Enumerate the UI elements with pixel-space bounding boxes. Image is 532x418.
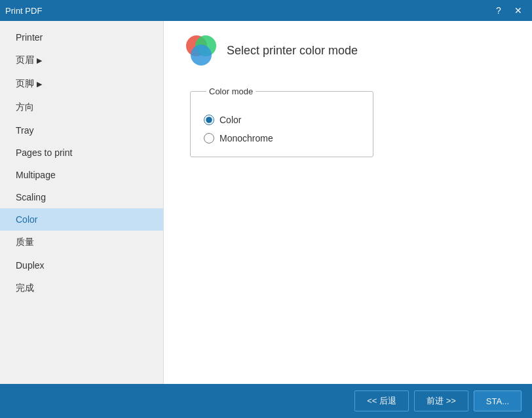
sidebar-item-printer[interactable]: Printer bbox=[0, 26, 163, 48]
sidebar-item-label: Color bbox=[16, 214, 37, 225]
sidebar-item-pages-to-print[interactable]: Pages to print bbox=[0, 142, 163, 164]
color-mode-legend: Color mode bbox=[206, 86, 256, 96]
sidebar-item-quality[interactable]: 质量 bbox=[0, 231, 163, 254]
sidebar-item-label: 质量 bbox=[16, 237, 34, 248]
main-container: Printer 页眉 ▶ 页脚 ▶ 方向 Tray Pages to print… bbox=[0, 21, 532, 384]
color-mode-group: Color mode Color Monochrome bbox=[190, 86, 373, 157]
color-mode-icon bbox=[183, 34, 216, 67]
sidebar-item-page-setup[interactable]: 页脚 ▶ bbox=[0, 72, 163, 96]
close-button[interactable]: ✕ bbox=[510, 3, 527, 18]
sidebar-item-scaling[interactable]: Scaling bbox=[0, 186, 163, 208]
titlebar: Print PDF ? ✕ bbox=[0, 0, 532, 21]
back-button[interactable]: << 后退 bbox=[354, 390, 409, 411]
arrow-icon: ▶ bbox=[37, 80, 42, 88]
titlebar-title: Print PDF bbox=[5, 6, 42, 16]
color-radio-label: Color bbox=[219, 115, 241, 125]
sidebar-item-page-margins[interactable]: 页眉 ▶ bbox=[0, 48, 163, 72]
sidebar-item-duplex[interactable]: Duplex bbox=[0, 254, 163, 276]
next-button[interactable]: 前进 >> bbox=[414, 390, 468, 411]
sidebar-item-label: Tray bbox=[16, 125, 33, 136]
sidebar-item-label: Duplex bbox=[16, 260, 45, 271]
arrow-icon: ▶ bbox=[37, 56, 42, 65]
monochrome-option[interactable]: Monochrome bbox=[204, 133, 360, 143]
sidebar-item-tray[interactable]: Tray bbox=[0, 119, 163, 142]
color-radio[interactable] bbox=[204, 115, 214, 125]
svg-point-2 bbox=[191, 45, 212, 66]
sidebar-item-multipage[interactable]: Multipage bbox=[0, 164, 163, 186]
sidebar-item-label: 完成 bbox=[16, 282, 34, 294]
sidebar-item-label: 页脚 bbox=[16, 78, 34, 90]
sidebar-item-label: 方向 bbox=[16, 102, 34, 113]
sidebar-item-label: Pages to print bbox=[16, 147, 72, 158]
sidebar-item-label: 页眉 bbox=[16, 54, 34, 66]
color-option[interactable]: Color bbox=[204, 115, 360, 125]
monochrome-radio[interactable] bbox=[204, 133, 214, 143]
content-title: Select printer color mode bbox=[227, 44, 358, 58]
sidebar-item-finish[interactable]: 完成 bbox=[0, 276, 163, 300]
sidebar-item-label: Scaling bbox=[16, 192, 46, 202]
sidebar-item-orientation[interactable]: 方向 bbox=[0, 96, 163, 119]
titlebar-controls: ? ✕ bbox=[490, 3, 527, 18]
sidebar: Printer 页眉 ▶ 页脚 ▶ 方向 Tray Pages to print… bbox=[0, 21, 164, 384]
sidebar-item-label: Printer bbox=[16, 32, 43, 43]
start-button[interactable]: STA... bbox=[474, 390, 522, 411]
help-button[interactable]: ? bbox=[490, 3, 507, 18]
sidebar-item-color[interactable]: Color bbox=[0, 208, 163, 231]
content-area: Select printer color mode Color mode Col… bbox=[164, 21, 532, 384]
monochrome-radio-label: Monochrome bbox=[219, 133, 273, 143]
bottombar: << 后退 前进 >> STA... bbox=[0, 384, 532, 418]
content-header: Select printer color mode bbox=[183, 34, 512, 67]
sidebar-item-label: Multipage bbox=[16, 170, 56, 180]
